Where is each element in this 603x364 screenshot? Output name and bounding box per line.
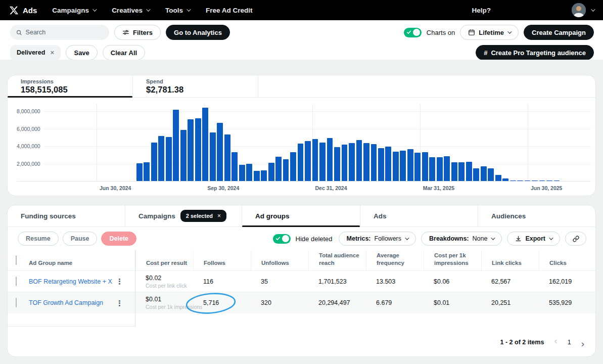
ad-group-link[interactable]: TOF Growth Ad Campaign	[29, 299, 103, 306]
filters-button[interactable]: Filters	[114, 25, 161, 40]
save-button[interactable]: Save	[66, 45, 97, 60]
col-ad-group-name[interactable]: Ad Group name	[29, 259, 135, 270]
delete-button[interactable]: Delete	[101, 232, 136, 246]
chart-bar[interactable]	[488, 168, 494, 181]
chart-bar[interactable]	[400, 151, 406, 181]
create-campaign-button[interactable]: Create Campaign	[524, 25, 594, 40]
kebab-menu-icon[interactable]: ⋮	[116, 278, 123, 285]
chart-bar[interactable]	[371, 144, 377, 181]
ad-group-link[interactable]: BOF Retargeting Website + X	[29, 278, 112, 285]
page-number[interactable]: 1	[568, 339, 571, 346]
row-checkbox[interactable]	[16, 277, 17, 286]
pause-button[interactable]: Pause	[63, 232, 98, 246]
chart-bar[interactable]	[481, 166, 487, 181]
share-link-button[interactable]	[565, 232, 586, 246]
chart-bar[interactable]	[239, 165, 245, 181]
nav-tools[interactable]: Tools	[165, 7, 190, 14]
clear-all-button[interactable]: Clear All	[103, 45, 145, 60]
chart-bar[interactable]	[217, 123, 223, 181]
metrics-dropdown[interactable]: Metrics: Followers	[339, 232, 416, 246]
chart-bar[interactable]	[349, 143, 355, 181]
row-checkbox[interactable]	[16, 298, 17, 307]
nav-free-ad-credit[interactable]: Free Ad Credit	[206, 7, 253, 14]
chart-bar[interactable]	[407, 149, 413, 181]
chart-bar[interactable]	[525, 180, 531, 181]
chart-bar[interactable]	[290, 152, 296, 181]
tab-campaigns[interactable]: Campaigns 2 selected ×	[125, 205, 242, 226]
chart-bar[interactable]	[327, 138, 333, 181]
resume-button[interactable]: Resume	[18, 232, 59, 246]
tab-ad-groups[interactable]: Ad groups	[242, 205, 360, 226]
chart-bar[interactable]	[437, 157, 443, 181]
col-unfollows[interactable]: Unfollows	[251, 250, 308, 270]
chart-bar[interactable]	[356, 140, 362, 181]
col-average-frequency[interactable]: Average frequency	[366, 250, 424, 270]
chart-bar[interactable]	[539, 180, 545, 181]
chart-bar[interactable]	[180, 130, 187, 181]
export-dropdown[interactable]: Export	[507, 232, 560, 246]
chart-bar[interactable]	[166, 137, 172, 181]
chart-bar[interactable]	[312, 139, 318, 181]
col-clicks[interactable]: Clicks	[539, 250, 596, 270]
close-icon[interactable]: ×	[217, 212, 221, 219]
chart-bar[interactable]	[246, 164, 252, 181]
col-cost-per-1k-impressions[interactable]: Cost per 1k impressions	[424, 250, 481, 270]
breakdowns-dropdown[interactable]: Breakdowns: None	[421, 232, 502, 246]
search-input[interactable]	[26, 29, 103, 36]
search-box[interactable]	[10, 25, 109, 40]
chart-bar[interactable]	[202, 108, 208, 181]
chart-bar[interactable]	[144, 162, 150, 181]
tab-audiences[interactable]: Audiences	[478, 205, 595, 226]
chart-bar[interactable]	[495, 175, 501, 181]
metric-tab-spend[interactable]: Spend $2,781.38	[133, 75, 258, 97]
chart-bar[interactable]	[305, 141, 311, 181]
chart-bar[interactable]	[510, 180, 516, 181]
chart-bar[interactable]	[473, 168, 479, 181]
chevron-right-icon[interactable]: ›	[581, 339, 584, 348]
chart-bar[interactable]	[393, 152, 399, 181]
chart-bar[interactable]	[210, 132, 216, 181]
chart-bar[interactable]	[173, 110, 179, 181]
chart-bar[interactable]	[517, 180, 523, 181]
go-to-analytics-button[interactable]: Go to Analytics	[166, 25, 230, 40]
chart-bar[interactable]	[532, 180, 538, 181]
chart-bar[interactable]	[554, 180, 560, 181]
chart-bar[interactable]	[546, 180, 552, 181]
chart-bar[interactable]	[298, 144, 304, 181]
x-logo-icon[interactable]	[9, 6, 19, 15]
chart-bar[interactable]	[458, 162, 465, 181]
chart-bar[interactable]	[429, 157, 435, 181]
chart-bar[interactable]	[261, 170, 267, 181]
help-link[interactable]: Help?	[472, 7, 491, 14]
chart-bar[interactable]	[334, 147, 340, 181]
chart-bar[interactable]	[268, 163, 274, 181]
kebab-menu-icon[interactable]: ⋮	[116, 299, 123, 307]
chart-bar[interactable]	[188, 119, 194, 181]
chart-bar[interactable]	[231, 152, 238, 181]
chart-bar[interactable]	[502, 178, 508, 181]
charts-toggle[interactable]	[404, 28, 422, 37]
chart-bar[interactable]	[275, 157, 282, 181]
chart-bar[interactable]	[414, 153, 421, 181]
chart-bar[interactable]	[158, 136, 164, 181]
close-icon[interactable]: ×	[50, 49, 54, 57]
chart-bar[interactable]	[363, 143, 369, 181]
select-all-checkbox[interactable]	[16, 255, 17, 265]
tab-ads[interactable]: Ads	[360, 205, 478, 226]
chart-bar[interactable]	[254, 171, 260, 181]
chart-bar[interactable]	[422, 152, 428, 181]
nav-creatives[interactable]: Creatives	[112, 7, 149, 14]
chevron-left-icon[interactable]: ‹	[554, 336, 557, 345]
chart-bar[interactable]	[195, 118, 201, 181]
chart-bar[interactable]	[224, 134, 230, 181]
col-total-audience-reach[interactable]: Total audience reach	[308, 250, 366, 270]
metric-tab-impressions[interactable]: Impressions 158,515,085	[8, 75, 133, 97]
col-link-clicks[interactable]: Link clicks	[481, 250, 539, 270]
tab-funding-sources[interactable]: Funding sources	[8, 205, 125, 226]
chart-bar[interactable]	[444, 156, 450, 181]
campaigns-selected-badge[interactable]: 2 selected ×	[180, 210, 226, 222]
nav-campaigns[interactable]: Campaigns	[52, 7, 96, 14]
filter-chip-delivered[interactable]: Delivered ×	[10, 45, 61, 60]
date-range-button[interactable]: Lifetime	[460, 25, 519, 40]
col-cost-per-result[interactable]: Cost per result	[135, 250, 193, 270]
